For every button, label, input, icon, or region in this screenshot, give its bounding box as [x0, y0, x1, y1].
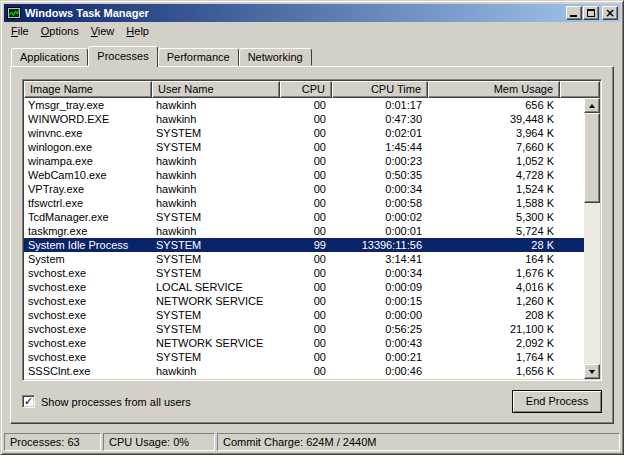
cell-user-name: NETWORK SERVICE: [152, 336, 280, 350]
cell-image-name: winlogon.exe: [24, 140, 152, 154]
process-row[interactable]: TcdManager.exe SYSTEM 00 0:00:02 5,300 K: [24, 210, 584, 224]
close-icon: ×: [603, 6, 617, 20]
cell-filler: [560, 364, 584, 378]
process-row[interactable]: System Idle Process SYSTEM 99 13396:11:5…: [24, 238, 584, 252]
cell-cpu-time: 0:47:30: [332, 112, 428, 126]
cell-cpu-time: 0:00:01: [332, 224, 428, 238]
cell-filler: [560, 196, 584, 210]
scroll-up-button[interactable]: [584, 98, 600, 113]
cell-cpu-time: 1:45:44: [332, 140, 428, 154]
process-row[interactable]: svchost.exe SYSTEM 00 0:00:00 208 K: [24, 308, 584, 322]
cell-cpu-time: 0:00:00: [332, 308, 428, 322]
process-row[interactable]: WINWORD.EXE hawkinh 00 0:47:30 39,448 K: [24, 112, 584, 126]
process-row[interactable]: SSSClnt.exe hawkinh 00 0:00:46 1,656 K: [24, 364, 584, 378]
cell-image-name: winvnc.exe: [24, 126, 152, 140]
scroll-down-button[interactable]: [584, 364, 600, 379]
cell-filler: [560, 182, 584, 196]
minimize-icon: [570, 15, 577, 17]
tab-performance[interactable]: Performance: [158, 48, 239, 66]
show-all-users-label: Show processes from all users: [41, 396, 191, 408]
cell-filler: [560, 126, 584, 140]
process-row[interactable]: VPTray.exe hawkinh 00 0:00:34 1,524 K: [24, 182, 584, 196]
process-row[interactable]: svchost.exe NETWORK SERVICE 00 0:00:43 2…: [24, 336, 584, 350]
process-row[interactable]: winampa.exe hawkinh 00 0:00:23 1,052 K: [24, 154, 584, 168]
close-button[interactable]: ×: [602, 6, 618, 20]
cell-cpu-time: 0:50:35: [332, 168, 428, 182]
minimize-button[interactable]: [566, 6, 582, 20]
cell-user-name: SYSTEM: [152, 210, 280, 224]
cell-mem-usage: 1,260 K: [428, 294, 560, 308]
vertical-scrollbar[interactable]: [584, 98, 600, 379]
cell-user-name: SYSTEM: [152, 238, 280, 252]
cell-mem-usage: 7,660 K: [428, 140, 560, 154]
cell-mem-usage: 39,448 K: [428, 112, 560, 126]
process-row[interactable]: taskmgr.exe hawkinh 00 0:00:01 5,724 K: [24, 224, 584, 238]
cell-user-name: hawkinh: [152, 224, 280, 238]
process-row[interactable]: svchost.exe SYSTEM 00 0:56:25 21,100 K: [24, 322, 584, 336]
process-row[interactable]: WebCam10.exe hawkinh 00 0:50:35 4,728 K: [24, 168, 584, 182]
cell-image-name: Ymsgr_tray.exe: [24, 98, 152, 112]
cell-user-name: hawkinh: [152, 112, 280, 126]
cell-user-name: SYSTEM: [152, 126, 280, 140]
cell-user-name: hawkinh: [152, 168, 280, 182]
end-process-button[interactable]: End Process: [512, 390, 602, 413]
cell-mem-usage: 5,300 K: [428, 210, 560, 224]
menu-view[interactable]: View: [85, 23, 121, 39]
status-bar: Processes: 63 CPU Usage: 0% Commit Charg…: [4, 431, 620, 451]
cell-image-name: svchost.exe: [24, 350, 152, 364]
scrollbar-track[interactable]: [584, 113, 600, 364]
process-row[interactable]: svchost.exe SYSTEM 00 0:00:34 1,676 K: [24, 266, 584, 280]
cell-image-name: SSSClnt.exe: [24, 364, 152, 378]
cell-mem-usage: 1,524 K: [428, 182, 560, 196]
process-row[interactable]: System SYSTEM 00 3:14:41 164 K: [24, 252, 584, 266]
tab-processes[interactable]: Processes: [88, 46, 157, 67]
list-body: Ymsgr_tray.exe hawkinh 00 0:01:17 656 K …: [24, 98, 600, 379]
bottom-row: ✓ Show processes from all users End Proc…: [22, 390, 602, 413]
menu-options[interactable]: Options: [35, 23, 85, 39]
tab-networking[interactable]: Networking: [239, 48, 312, 66]
show-all-users-control[interactable]: ✓ Show processes from all users: [22, 395, 191, 408]
cell-user-name: hawkinh: [152, 154, 280, 168]
cell-cpu-time: 0:00:02: [332, 210, 428, 224]
process-row[interactable]: svchost.exe SYSTEM 00 0:00:21 1,764 K: [24, 350, 584, 364]
process-row[interactable]: svchost.exe NETWORK SERVICE 00 0:00:15 1…: [24, 294, 584, 308]
column-header-cpu-time[interactable]: CPU Time: [332, 81, 428, 98]
maximize-button[interactable]: [583, 6, 599, 20]
process-row[interactable]: tfswctrl.exe hawkinh 00 0:00:58 1,588 K: [24, 196, 584, 210]
cell-image-name: svchost.exe: [24, 280, 152, 294]
cell-user-name: SYSTEM: [152, 140, 280, 154]
cell-user-name: hawkinh: [152, 98, 280, 112]
process-row[interactable]: svchost.exe LOCAL SERVICE 00 0:00:09 4,0…: [24, 280, 584, 294]
cell-cpu-time: 0:00:43: [332, 336, 428, 350]
cell-mem-usage: 5,724 K: [428, 224, 560, 238]
cell-mem-usage: 1,052 K: [428, 154, 560, 168]
menu-file[interactable]: File: [5, 23, 35, 39]
title-bar[interactable]: Windows Task Manager ×: [4, 4, 620, 22]
menu-help[interactable]: Help: [120, 23, 155, 39]
cell-cpu: 00: [280, 112, 332, 126]
cell-filler: [560, 336, 584, 350]
process-row[interactable]: winlogon.exe SYSTEM 00 1:45:44 7,660 K: [24, 140, 584, 154]
process-row[interactable]: winvnc.exe SYSTEM 00 0:02:01 3,964 K: [24, 126, 584, 140]
cell-image-name: WebCam10.exe: [24, 168, 152, 182]
cell-cpu-time: 0:00:09: [332, 280, 428, 294]
cell-mem-usage: 1,656 K: [428, 364, 560, 378]
cell-filler: [560, 112, 584, 126]
cell-cpu: 00: [280, 168, 332, 182]
show-all-users-checkbox[interactable]: ✓: [22, 395, 35, 408]
tab-applications[interactable]: Applications: [11, 48, 88, 66]
column-header-user-name[interactable]: User Name: [152, 81, 280, 98]
cell-cpu: 00: [280, 308, 332, 322]
menu-bar: File Options View Help: [4, 22, 620, 40]
scrollbar-thumb[interactable]: [584, 113, 600, 203]
column-header-cpu[interactable]: CPU: [280, 81, 332, 98]
process-row[interactable]: Ymsgr_tray.exe hawkinh 00 0:01:17 656 K: [24, 98, 584, 112]
cell-image-name: System: [24, 252, 152, 266]
window-title: Windows Task Manager: [25, 7, 565, 19]
cell-filler: [560, 280, 584, 294]
cell-filler: [560, 224, 584, 238]
column-header-filler: [560, 81, 600, 98]
column-header-image-name[interactable]: Image Name: [24, 81, 152, 98]
cell-filler: [560, 266, 584, 280]
column-header-mem-usage[interactable]: Mem Usage: [428, 81, 560, 98]
